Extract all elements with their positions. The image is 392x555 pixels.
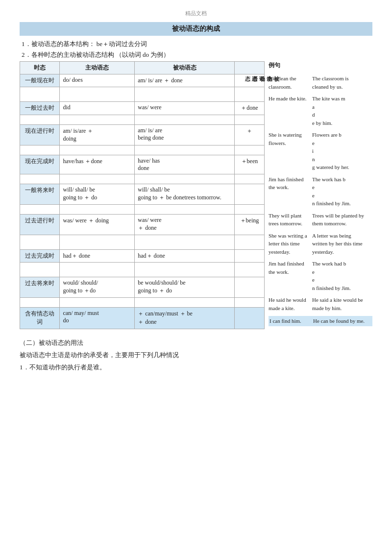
intro-line-1: 1．被动语态的基本结构： be＋动词过去分词	[20, 40, 372, 48]
passive-form: am/ is/ arebeing done	[135, 124, 235, 145]
table-row: 过去完成时 had＋ done had＋ done	[20, 249, 265, 262]
ex-passive-present-perf: The work has been finished by Jim.	[312, 175, 366, 208]
section-title: 被动语态的构成	[20, 22, 372, 36]
plus-suffix	[234, 184, 264, 205]
spacer-cell	[135, 263, 235, 277]
example-row-past-cont: She was writing a letter this time yeste…	[269, 232, 372, 256]
table-row: 一般过去时 did was/ were ＋done	[20, 102, 265, 115]
doc-title: 精品文档	[20, 10, 372, 17]
ex-passive-present-cont: Flowers are being watered by her.	[312, 131, 366, 171]
spacer-cell	[60, 235, 135, 249]
intro-line-2: 2．各种时态的主动被动语态结构 （以动词 do 为例）	[20, 50, 372, 59]
ex-active-modal: I can find him.	[270, 317, 311, 325]
passive-form: will/ shall/ begoing to ＋ be donetrees t…	[135, 184, 235, 205]
ex-passive-past: The kite was made by him.	[312, 95, 366, 127]
example-rows: We clean the classroom. The classroom is…	[269, 74, 372, 329]
table-row: 现在进行时 am/ is/are ＋doing am/ is/ arebeing…	[20, 124, 265, 145]
header-tense: 时态	[20, 62, 60, 74]
example-section: 例句 主动语态 被动语态 We clean the classroom. The…	[265, 61, 372, 329]
spacer-cell	[135, 297, 235, 307]
active-form: can/ may/ mustdo	[60, 307, 135, 329]
spacer-cell	[135, 235, 235, 249]
table-row: 一般现在时 do/ does am/ is/ are ＋ done	[20, 74, 265, 87]
table-row-modal: 含有情态动词 can/ may/ mustdo ＋ can/may/must ＋…	[20, 307, 265, 329]
tense-label: 含有情态动词	[20, 307, 60, 329]
ex-passive-past-future: He said a kite would be made by him.	[312, 296, 366, 312]
tense-label: 一般现在时	[20, 74, 60, 87]
active-form: was/ were ＋ doing	[60, 214, 135, 235]
passive-form: have/ hasdone	[135, 155, 235, 174]
plus-suffix: ＋been	[234, 155, 264, 174]
table-row-spacer	[20, 145, 265, 155]
example-row-present-cont: She is watering flowers. Flowers are bei…	[269, 131, 372, 171]
example-row-present-perf: Jim has finished the work. The work has …	[269, 175, 372, 208]
plus-suffix: ＋being	[234, 214, 264, 235]
header-plus	[234, 62, 264, 74]
grammar-table: 时态 主动语态 被动语态 一般现在时 do/ does am/ is/ are …	[20, 61, 265, 329]
footer-line1: 被动语态中主语是动作的承受者，主要用于下列几种情况	[20, 349, 372, 361]
spacer-cell	[20, 115, 60, 124]
ex-passive-past-cont: A letter was being written by her this t…	[312, 232, 366, 256]
spacer-cell	[234, 145, 264, 155]
spacer-cell	[60, 297, 135, 307]
table-row-spacer	[20, 235, 265, 249]
passive-form: ＋ can/may/must ＋ be＋ done	[135, 307, 235, 329]
tense-label: 现在完成时	[20, 155, 60, 174]
ex-passive-present: The classroom is cleaned by us.	[312, 74, 366, 91]
table-row: 过去将来时 would/ should/going to ＋do be woul…	[20, 277, 265, 298]
tense-label: 过去将来时	[20, 277, 60, 298]
table-row-spacer	[20, 115, 265, 124]
tense-label: 过去完成时	[20, 249, 60, 262]
main-content-wrapper: 时态 主动语态 被动语态 一般现在时 do/ does am/ is/ are …	[20, 61, 372, 329]
plus-suffix: ＋	[234, 124, 264, 145]
spacer-cell	[20, 174, 60, 184]
table-row-spacer	[20, 204, 265, 214]
spacer-cell	[234, 235, 264, 249]
tense-label: 现在进行时	[20, 124, 60, 145]
ex-active-present: We clean the classroom.	[269, 74, 310, 91]
example-row-past-perf: Jim had finished the work. The work had …	[269, 260, 372, 292]
ex-passive-modal: He can be found by me.	[313, 317, 367, 325]
footer-title: （二）被动语态的用法	[20, 337, 372, 348]
passive-form: had＋ done	[135, 249, 235, 262]
ex-active-present-cont: She is watering flowers.	[269, 131, 310, 171]
plus-suffix	[234, 277, 264, 298]
plus-suffix: ＋done	[234, 102, 264, 115]
plus-suffix	[234, 74, 264, 87]
active-form: would/ should/going to ＋do	[60, 277, 135, 298]
spacer-cell	[60, 87, 135, 102]
plus-suffix	[234, 249, 264, 262]
spacer-cell	[135, 87, 235, 102]
plus-suffix	[234, 307, 264, 329]
tense-label: 过去进行时	[20, 214, 60, 235]
header-active: 主动语态	[60, 62, 135, 74]
table-row-spacer	[20, 174, 265, 184]
example-row-past-future: He said he would made a kite. He said a …	[269, 296, 372, 312]
example-header: 例句	[269, 61, 372, 70]
active-form: will/ shall/ begoing to ＋ do	[60, 184, 135, 205]
spacer-cell	[60, 174, 135, 184]
active-form: did	[60, 102, 135, 115]
example-title: 例句	[269, 61, 280, 70]
ex-passive-future: Trees will be planted by them tomorrow.	[312, 212, 366, 228]
spacer-cell	[20, 145, 60, 155]
spacer-cell	[20, 297, 60, 307]
spacer-cell	[234, 115, 264, 124]
table-row-spacer	[20, 263, 265, 277]
spacer-cell	[234, 204, 264, 214]
example-row-past: He made the kite. The kite was made by h…	[269, 95, 372, 127]
spacer-cell	[60, 263, 135, 277]
header-passive: 被动语态	[135, 62, 235, 74]
footer-line2: 1．不知道动作的执行者是谁。	[20, 362, 372, 373]
ex-passive-past-perf: The work had been finished by Jim.	[312, 260, 366, 292]
passive-form: am/ is/ are ＋ done	[135, 74, 235, 87]
footer-section: （二）被动语态的用法 被动语态中主语是动作的承受者，主要用于下列几种情况 1．不…	[20, 337, 372, 373]
spacer-cell	[20, 263, 60, 277]
tense-label: 一般将来时	[20, 184, 60, 205]
spacer-cell	[60, 145, 135, 155]
passive-form: be would/should/ begoing to ＋ do	[135, 277, 235, 298]
spacer-cell	[234, 297, 264, 307]
spacer-cell	[60, 204, 135, 214]
spacer-cell	[20, 87, 60, 102]
example-row-modal: I can find him. He can be found by me.	[269, 316, 372, 326]
